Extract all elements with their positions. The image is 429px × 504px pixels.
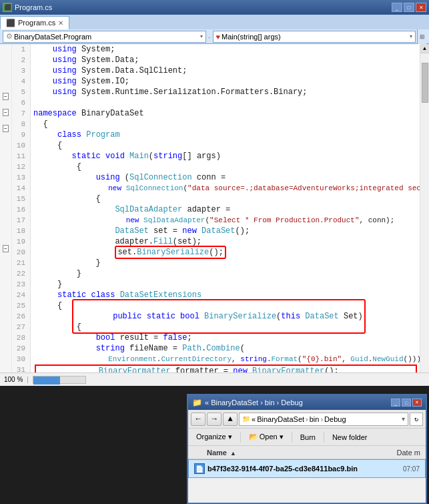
dropdown-arrow-left: ▾ — [200, 33, 203, 39]
code-line-12: { — [33, 162, 417, 172]
toolbar-separator-1 — [240, 432, 241, 443]
title-bar: ⬛ Program.cs _ □ ✕ — [0, 0, 429, 15]
file-list-item[interactable]: 📄 b47f3e32-91f4-4f07-ba25-cd3e8411bac9.b… — [188, 459, 426, 478]
code-line-18: DataSet set = new DataSet(); — [33, 226, 417, 236]
fe-close[interactable]: ✕ — [412, 399, 422, 407]
tab-close-button[interactable]: ✕ — [58, 19, 63, 27]
tab-bar: ⬛ Program.cs ✕ — [0, 15, 429, 29]
editor-options-button[interactable]: ⊞ — [417, 29, 426, 44]
fe-crumb-3: bin — [310, 415, 320, 423]
zoom-slider[interactable] — [33, 376, 86, 384]
code-line-13: using (SqlConnection conn = — [33, 172, 417, 183]
code-line-22: } — [33, 268, 417, 279]
code-line-9: class Program — [33, 130, 417, 140]
folder-icon: 📁 — [192, 398, 202, 407]
fe-back-button[interactable]: ← — [191, 413, 205, 426]
fe-refresh-button[interactable]: ↻ — [410, 413, 423, 426]
method-dropdown[interactable]: ♥ Main(string[] args) ▾ — [213, 31, 416, 43]
window-title: Program.cs — [15, 3, 52, 11]
fe-open-button[interactable]: 📂 Open ▾ — [246, 431, 286, 443]
open-icon: 📂 — [249, 433, 258, 441]
file-explorer-title: 📁 « BinaryDataSet › bin › Debug _ □ ✕ — [188, 395, 426, 410]
file-name: b47f3e32-91f4-4f07-ba25-cd3e8411bac9.bin — [207, 465, 377, 473]
tab-label: Program.cs — [18, 19, 55, 27]
collapse-class[interactable]: − — [3, 109, 9, 116]
date-col-header: Date m — [380, 449, 420, 457]
close-button[interactable]: ✕ — [416, 3, 426, 12]
fe-maximize[interactable]: □ — [402, 399, 411, 407]
refresh-icon: ↻ — [414, 415, 418, 423]
options-icon: ⊞ — [420, 33, 425, 40]
code-line-16: SqlDataAdapter adapter = — [33, 204, 417, 215]
line-numbers: 1 2 3 4 5 6 7 8 9 10 11 12 13 14 15 16 1… — [12, 44, 31, 372]
class-name: BinaryDataSet.Program — [14, 33, 91, 41]
code-line-30: Environment.CurrentDirectory, string.For… — [33, 354, 417, 364]
fe-crumb-sep-1: › — [306, 415, 308, 423]
collapse-gutter: − − − − — [0, 44, 12, 372]
code-line-1: using System; — [33, 44, 417, 55]
code-line-28: bool result = false; — [33, 332, 417, 343]
file-explorer-window: 📁 « BinaryDataSet › bin › Debug _ □ ✕ ← … — [187, 394, 427, 504]
method-name: Main(string[] args) — [222, 33, 281, 41]
collapse-main[interactable]: − — [3, 125, 9, 132]
code-line-17: new SqlDataAdapter("Select * From Produc… — [33, 215, 417, 226]
fe-forward-button[interactable]: → — [207, 413, 222, 426]
scroll-thumb[interactable] — [422, 63, 428, 103]
burn-label: Burn — [300, 433, 316, 441]
collapse-namespace[interactable]: − — [3, 93, 9, 100]
minimize-button[interactable]: _ — [392, 3, 402, 12]
fe-crumb-1: « — [252, 415, 256, 423]
maximize-button[interactable]: □ — [404, 3, 414, 12]
breadcrumb-title: « BinaryDataSet › bin › Debug — [205, 399, 303, 407]
fe-crumb-4: Debug — [324, 415, 346, 423]
dropdown-arrow-right: ▾ — [410, 33, 412, 39]
name-col-header: Name ▲ — [207, 449, 378, 457]
toolbar-separator-2 — [292, 432, 292, 443]
fe-minimize[interactable]: _ — [391, 399, 400, 407]
nav-divider: - — [207, 33, 211, 41]
file-explorer-nav: ← → ▲ 📁 « BinaryDataSet › bin › Debug ▾ … — [188, 410, 426, 429]
code-line-20: set.BinarySerialize(); — [33, 247, 417, 258]
file-explorer-toolbar: Organize ▾ 📂 Open ▾ Burn New folder — [188, 429, 426, 446]
code-line-6 — [33, 97, 417, 108]
fe-organize-button[interactable]: Organize ▾ — [193, 431, 235, 443]
toolbar-separator-3 — [324, 432, 324, 443]
zoom-bar: 100 % | — [0, 372, 429, 386]
fe-burn-button[interactable]: Burn — [298, 432, 318, 443]
fe-up-button[interactable]: ▲ — [223, 413, 238, 426]
heart-icon: ♥ — [216, 33, 221, 41]
title-controls[interactable]: _ □ ✕ — [392, 3, 426, 12]
code-line-29: string fileName = Path.Combine( — [33, 343, 417, 354]
code-editor[interactable]: using System; using System.Data; using S… — [31, 44, 420, 372]
file-icon: 📄 — [194, 463, 205, 474]
code-line-31: BinaryFormatter formatter = new BinaryFo… — [36, 366, 416, 372]
code-line-14: new SqlConnection("data source=.;databas… — [33, 183, 417, 194]
fe-new-folder-button[interactable]: New folder — [330, 432, 370, 443]
editor-area: − − − − — [0, 44, 429, 372]
collapse-binaryserialize[interactable]: − — [3, 245, 9, 252]
code-line-21: } — [33, 258, 417, 268]
open-label: Open ▾ — [260, 433, 284, 441]
code-line-10: { — [33, 140, 417, 151]
scroll-up-button[interactable]: ▲ — [420, 44, 430, 53]
code-line-15: { — [33, 194, 417, 204]
nav-bar: ⚙ BinaryDataSet.Program ▾ - ♥ Main(strin… — [0, 29, 429, 44]
code-line-8: { — [33, 119, 417, 130]
code-line-11: static void Main(string[] args) — [33, 151, 417, 162]
file-date: 07:07 — [380, 465, 420, 473]
tab-icon: ⬛ — [6, 19, 15, 27]
title-bar-left: ⬛ Program.cs — [3, 3, 52, 12]
code-line-2: using System.Data; — [33, 55, 417, 65]
tab-program-cs[interactable]: ⬛ Program.cs ✕ — [0, 16, 69, 29]
vertical-scrollbar[interactable]: ▲ — [420, 44, 429, 372]
fe-crumb-sep-2: › — [320, 415, 323, 423]
code-line-5: using System.Runtime.Serialization.Forma… — [33, 87, 417, 97]
class-dropdown[interactable]: ⚙ BinaryDataSet.Program ▾ — [3, 31, 206, 43]
code-line-23: } — [33, 279, 417, 290]
fe-title-controls[interactable]: _ □ ✕ — [391, 399, 422, 407]
zoom-separator: | — [27, 376, 29, 383]
code-line-26: public static bool BinarySerialize(this … — [33, 311, 417, 322]
highlight-binaryserialize-sig: public static bool BinarySerialize(this … — [72, 299, 366, 334]
fe-address-bar[interactable]: 📁 « BinaryDataSet › bin › Debug ▾ — [239, 413, 408, 426]
highlight-set-binaryserialize: set.BinarySerialize(); — [115, 246, 226, 259]
